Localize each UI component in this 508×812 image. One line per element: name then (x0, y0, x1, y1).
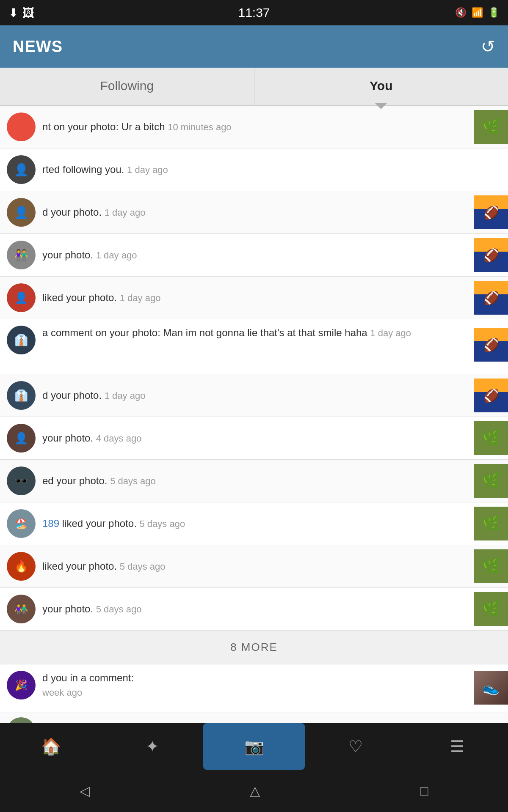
battery-icon: 🔋 (488, 7, 500, 18)
nav-camera[interactable]: 📷 (203, 723, 305, 770)
avatar-wrap: 🎉 (0, 671, 38, 700)
notification-thumb: 🏈 (474, 238, 508, 272)
notification-text: your photo. 1 day ago (38, 248, 474, 262)
nav-profile[interactable]: ☰ (406, 723, 508, 770)
tab-indicator-arrow (375, 103, 387, 109)
notification-item[interactable]: 👤 liked your photo. 1 day ago 🏈 (0, 277, 508, 319)
download-icon: ⬇ (8, 6, 18, 20)
mute-icon: 🔇 (455, 7, 467, 18)
notification-item[interactable]: 🏖️ 189 liked your photo. 5 days ago 🌿 (0, 502, 508, 545)
notification-thumb: 🏈 (474, 195, 508, 229)
avatar: 🕶️ (7, 466, 36, 495)
status-bar: ⬇ 🖼 11:37 🔇 📶 🔋 (0, 0, 508, 25)
avatar: 👤 (7, 424, 36, 453)
wifi-icon: 📶 (472, 7, 483, 18)
android-nav: ◁ △ □ (0, 770, 508, 812)
profile-icon: ☰ (450, 737, 464, 756)
notification-text: a comment on your photo: Man im not gonn… (38, 326, 474, 340)
nav-home[interactable]: 🏠 (0, 723, 102, 770)
notification-text: liked your photo. 5 days ago (38, 559, 474, 573)
avatar-wrap: 🕶️ (0, 466, 38, 495)
nav-activity[interactable]: ♡ (305, 723, 406, 770)
avatar-wrap: 👤 (0, 155, 38, 184)
notification-text: d your photo. 1 day ago (38, 388, 474, 403)
refresh-button[interactable]: ↺ (481, 37, 495, 56)
notification-text: your photo. 5 days ago (38, 602, 474, 616)
avatar-wrap: 👔 (0, 326, 38, 354)
notification-item[interactable]: nt on your photo: Ur a bitch 10 minutes … (0, 106, 508, 148)
notification-text: d your photo. 1 day ago (38, 205, 474, 219)
notification-text: rted following you. 1 day ago (38, 162, 474, 177)
status-bar-right: 🔇 📶 🔋 (455, 7, 500, 18)
avatar: 👔 (7, 381, 36, 410)
notification-item[interactable]: 👤 rted following you. 1 day ago (0, 148, 508, 191)
status-bar-left: ⬇ 🖼 (8, 6, 34, 20)
avatar-wrap: 👫 (0, 595, 38, 623)
notification-item[interactable]: 👔 a comment on your photo: Man im not go… (0, 319, 508, 374)
notification-thumb: 🌿 (474, 549, 508, 583)
avatar-wrap: 👤 (0, 424, 38, 453)
avatar-wrap: 👫 (0, 241, 38, 269)
recent-button[interactable]: □ (420, 783, 428, 799)
camera-icon: 📷 (244, 737, 264, 756)
avatar: 👤 (7, 155, 36, 184)
notification-item[interactable]: 🕶️ ed your photo. 5 days ago 🌿 (0, 460, 508, 502)
notification-item[interactable]: 👤 d your photo. 1 day ago 🏈 (0, 191, 508, 234)
notification-thumb: 👟 (474, 671, 508, 705)
notification-thumb: 🏈 (474, 281, 508, 315)
notification-thumb (474, 153, 508, 187)
notification-item[interactable]: 👤 your photo. 4 days ago 🌿 (0, 417, 508, 460)
home-icon: 🏠 (41, 737, 61, 756)
avatar-wrap: 🏖️ (0, 509, 38, 538)
avatar-wrap: 👤 (0, 283, 38, 312)
notification-item[interactable]: 👫 your photo. 1 day ago 🏈 (0, 234, 508, 277)
avatar-wrap: 🔥 (0, 552, 38, 581)
avatar: 🎉 (7, 671, 36, 700)
notification-thumb: 🏈 (474, 379, 508, 412)
bottom-nav: 🏠 ✦ 📷 ♡ ☰ (0, 723, 508, 770)
tab-bar: Following You (0, 68, 508, 106)
notification-item[interactable]: 👫 your photo. 5 days ago 🌿 (0, 588, 508, 631)
home-button[interactable]: △ (250, 783, 260, 799)
avatar: 👤 (7, 283, 36, 312)
notification-text: your photo. 4 days ago (38, 431, 474, 445)
app-header: NEWS ↺ (0, 25, 508, 68)
avatar-wrap (0, 112, 38, 141)
avatar: 🔥 (7, 552, 36, 581)
notification-thumb: 🌿 (474, 507, 508, 540)
notification-thumb: 🌿 (474, 421, 508, 455)
avatar-wrap: 👔 (0, 381, 38, 410)
heart-icon: ♡ (348, 737, 363, 756)
notification-thumb: 🌿 (474, 464, 508, 498)
notification-text: d you in a comment:week ago (38, 671, 474, 699)
notification-text: liked your photo. 1 day ago (38, 291, 474, 305)
avatar: 👤 (7, 198, 36, 227)
tab-you[interactable]: You (254, 68, 508, 105)
avatar: 👔 (7, 326, 36, 354)
nav-explore[interactable]: ✦ (102, 723, 203, 770)
notification-text: ed your photo. 5 days ago (38, 474, 474, 488)
notification-thumb: 🏈 (474, 328, 508, 362)
image-icon: 🖼 (22, 6, 34, 20)
avatar: 👫 (7, 595, 36, 623)
notification-text: 189 liked your photo. 5 days ago (38, 516, 474, 531)
notification-thumb: 🌿 (474, 110, 508, 144)
notification-list: nt on your photo: Ur a bitch 10 minutes … (0, 106, 508, 751)
avatar: 🏖️ (7, 509, 36, 538)
more-label: 8 MORE (230, 641, 278, 654)
notification-item[interactable]: 🎉 d you in a comment:week ago 👟 (0, 664, 508, 713)
back-button[interactable]: ◁ (80, 783, 90, 799)
app-title: NEWS (13, 38, 63, 56)
status-time: 11:37 (238, 5, 270, 20)
more-button[interactable]: 8 MORE (0, 631, 508, 664)
notification-text: nt on your photo: Ur a bitch 10 minutes … (38, 120, 474, 134)
explore-icon: ✦ (146, 737, 159, 756)
avatar (7, 112, 36, 141)
tab-following[interactable]: Following (0, 68, 254, 105)
notification-item[interactable]: 🔥 liked your photo. 5 days ago 🌿 (0, 545, 508, 588)
notification-item[interactable]: 👔 d your photo. 1 day ago 🏈 (0, 374, 508, 417)
notification-thumb: 🌿 (474, 592, 508, 626)
avatar: 👫 (7, 241, 36, 269)
avatar-wrap: 👤 (0, 198, 38, 227)
